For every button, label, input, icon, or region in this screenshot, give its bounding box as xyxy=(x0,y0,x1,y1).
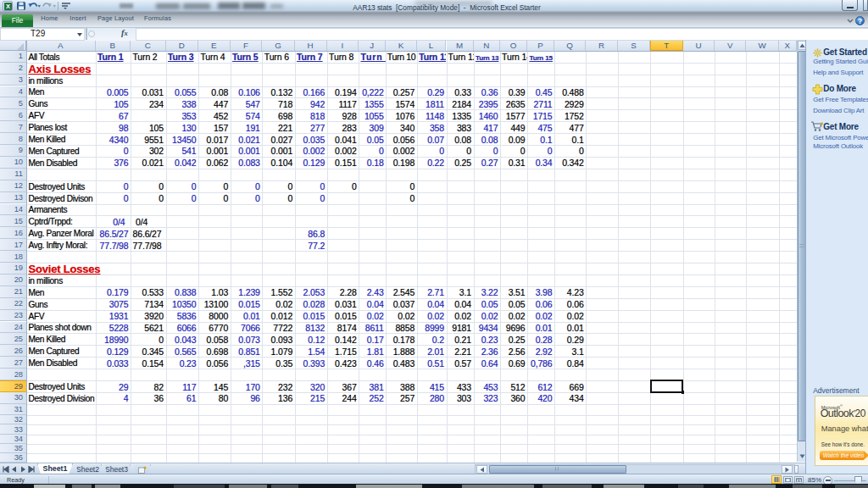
svg-text:X: X xyxy=(5,3,9,10)
